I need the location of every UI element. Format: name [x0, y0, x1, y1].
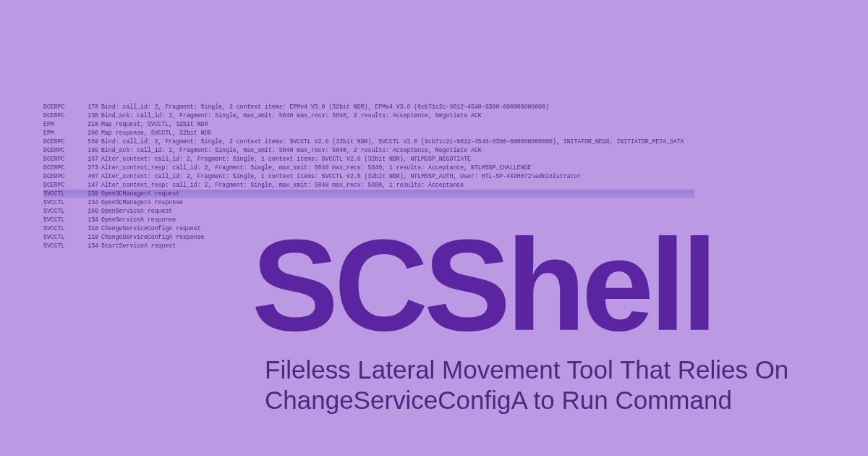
- packet-row: DCERPC407 Alter_context: call_id: 2, Fra…: [43, 172, 825, 181]
- packet-length: 559: [81, 138, 101, 146]
- packet-protocol: DCERPC: [43, 172, 81, 181]
- hero-subtitle: Fileless Lateral Movement Tool That Reli…: [265, 355, 788, 415]
- packet-length: 206: [81, 129, 101, 138]
- packet-protocol: DCERPC: [43, 181, 81, 190]
- packet-protocol: SVCCTL: [43, 216, 81, 224]
- subtitle-line-2: ChangeServiceConfigA to Run Command: [265, 386, 732, 414]
- packet-protocol: DCERPC: [43, 103, 81, 111]
- packet-protocol: DCERPC: [43, 138, 81, 146]
- packet-length: 373: [81, 164, 101, 172]
- subtitle-line-1: Fileless Lateral Movement Tool That Reli…: [265, 355, 788, 384]
- packet-length: 170: [81, 103, 101, 111]
- packet-info: Map request, SVCCTL, 32bit NDR: [101, 120, 825, 129]
- packet-info: Bind_ack: call_id: 2, Fragment: Single, …: [101, 111, 825, 120]
- packet-length: 310: [81, 224, 101, 233]
- packet-row: EPM210 Map request, SVCCTL, 32bit NDR: [43, 120, 825, 129]
- packet-length: 210: [81, 120, 101, 129]
- packet-info: Bind: call_id: 2, Fragment: Single, 2 co…: [101, 103, 825, 111]
- packet-row: DCERPC147 Alter_context_resp: call_id: 2…: [43, 181, 825, 190]
- packet-length: 134: [81, 198, 101, 207]
- packet-protocol: SVCCTL: [43, 233, 81, 242]
- packet-row: EPM206 Map response, SVCCTL, 32bit NDR: [43, 129, 825, 138]
- packet-length: 110: [81, 233, 101, 242]
- packet-info: Alter_context: call_id: 2, Fragment: Sin…: [101, 155, 825, 164]
- packet-protocol: DCERPC: [43, 146, 81, 155]
- packet-length: 138: [81, 111, 101, 120]
- packet-length: 134: [81, 216, 101, 224]
- packet-row: DCERPC170 Bind: call_id: 2, Fragment: Si…: [43, 103, 825, 111]
- packet-protocol: SVCCTL: [43, 198, 81, 207]
- packet-info: Alter_context_resp: call_id: 2, Fragment…: [101, 164, 825, 172]
- packet-info: Bind_ack: call_id: 2, Fragment: Single, …: [101, 146, 825, 155]
- packet-protocol: SVCCTL: [43, 207, 81, 216]
- packet-info: OpenSCManagerA response: [101, 198, 825, 207]
- packet-protocol: EPM: [43, 120, 81, 129]
- packet-row: SVCCTL134 OpenSCManagerA response: [43, 198, 825, 207]
- packet-protocol: DCERPC: [43, 155, 81, 164]
- packet-info: Alter_context_resp: call_id: 2, Fragment…: [101, 181, 825, 190]
- packet-length: 147: [81, 181, 101, 190]
- packet-length: 169: [81, 146, 101, 155]
- packet-length: 166: [81, 207, 101, 216]
- hero-title: SCShell: [252, 210, 713, 360]
- packet-row: DCERPC167 Alter_context: call_id: 2, Fra…: [43, 155, 825, 164]
- packet-row: DCERPC138 Bind_ack: call_id: 2, Fragment…: [43, 111, 825, 120]
- packet-length: 407: [81, 172, 101, 181]
- packet-row: DCERPC559 Bind: call_id: 2, Fragment: Si…: [43, 138, 825, 146]
- packet-info: Alter_context: call_id: 2, Fragment: Sin…: [101, 172, 825, 181]
- packet-row: DCERPC373 Alter_context_resp: call_id: 2…: [43, 164, 825, 172]
- packet-length: 167: [81, 155, 101, 164]
- packet-protocol: SVCCTL: [43, 190, 81, 198]
- packet-info: OpenSCManagerA request: [101, 190, 694, 198]
- packet-protocol: DCERPC: [43, 111, 81, 120]
- packet-protocol: DCERPC: [43, 164, 81, 172]
- packet-info: Bind: call_id: 2, Fragment: Single, 2 co…: [101, 138, 825, 146]
- packet-length: 230: [81, 190, 101, 198]
- packet-protocol: SVCCTL: [43, 224, 81, 233]
- packet-info: Map response, SVCCTL, 32bit NDR: [101, 129, 825, 138]
- packet-row-highlighted: SVCCTL230 OpenSCManagerA request: [43, 190, 694, 198]
- packet-protocol: SVCCTL: [43, 242, 81, 250]
- packet-length: 134: [81, 242, 101, 250]
- packet-row: DCERPC169 Bind_ack: call_id: 2, Fragment…: [43, 146, 825, 155]
- packet-protocol: EPM: [43, 129, 81, 138]
